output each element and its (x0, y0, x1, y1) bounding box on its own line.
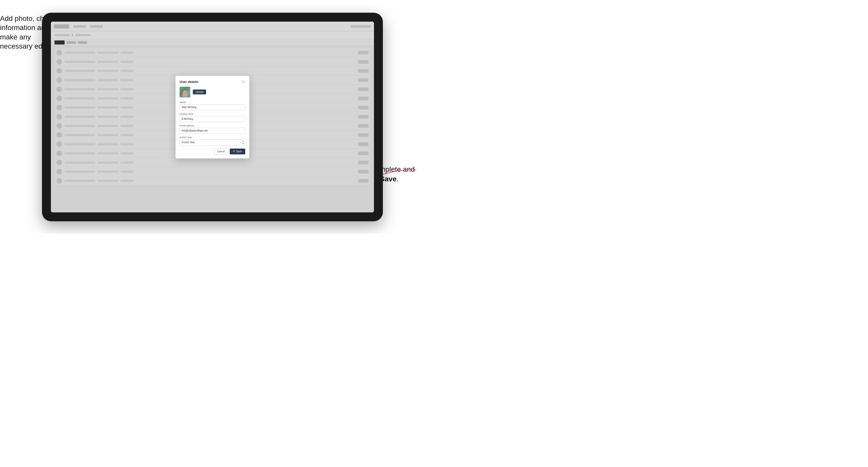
tablet-device: User details × Upload N (42, 13, 383, 221)
modal-footer: Cancel ⬆ Save (180, 149, 245, 154)
cancel-button[interactable]: Cancel (214, 149, 228, 154)
email-label: Email address (180, 124, 245, 127)
name-field-group: Name (180, 101, 245, 111)
app-background: User details × Upload N (51, 22, 374, 212)
photo-figure (183, 90, 187, 96)
school-year-input[interactable] (180, 139, 245, 146)
user-photo-thumbnail (180, 87, 190, 97)
school-year-label: School Year (180, 136, 245, 138)
modal-close-button[interactable]: × (242, 80, 245, 84)
display-name-field-group: Display name (180, 113, 245, 122)
name-label: Name (180, 101, 245, 103)
user-details-modal: User details × Upload N (176, 76, 249, 158)
email-input[interactable] (180, 128, 245, 134)
modal-header: User details × (180, 80, 245, 84)
display-name-input[interactable] (180, 116, 245, 122)
modal-overlay: User details × Upload N (51, 22, 374, 212)
school-year-field-group: School Year × ▲▼ (180, 136, 245, 146)
photo-image (180, 87, 190, 97)
tablet-screen: User details × Upload N (51, 22, 374, 212)
school-year-clear-button[interactable]: × (240, 141, 241, 144)
display-name-label: Display name (180, 113, 245, 115)
save-icon: ⬆ (233, 150, 235, 153)
photo-section: Upload (180, 87, 245, 97)
save-button[interactable]: ⬆ Save (230, 149, 245, 154)
save-label: Save (236, 150, 242, 153)
upload-photo-button[interactable]: Upload (193, 90, 206, 94)
name-input[interactable] (180, 104, 245, 111)
school-year-select-wrapper: × ▲▼ (180, 139, 245, 146)
modal-title: User details (180, 80, 198, 84)
email-field-group: Email address (180, 124, 245, 134)
